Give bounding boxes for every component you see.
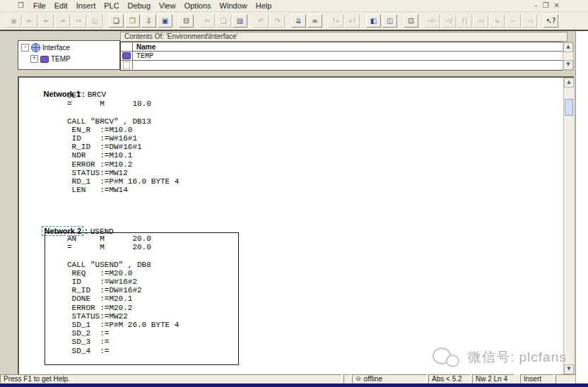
new-file-icon[interactable]: ❏ bbox=[109, 14, 124, 28]
download-to-plc-icon[interactable]: ⇊ bbox=[291, 14, 306, 28]
table-row[interactable]: TEMP bbox=[121, 52, 563, 61]
toolbar-separator bbox=[538, 14, 543, 28]
status-end-cell bbox=[555, 374, 575, 383]
minimize-button[interactable]: – bbox=[534, 1, 538, 10]
no-contact-icon[interactable]: ⊣⊢ bbox=[425, 14, 440, 28]
new-row-icon bbox=[123, 61, 130, 69]
menu-help[interactable]: Help bbox=[252, 1, 276, 11]
menu-insert[interactable]: Insert bbox=[72, 1, 100, 11]
variable-name-cell[interactable]: TEMP bbox=[133, 52, 563, 60]
table-row-empty[interactable] bbox=[121, 61, 563, 69]
scrollbar-thumb[interactable] bbox=[565, 99, 573, 116]
bottom-border bbox=[0, 383, 588, 387]
interface-tree: - Interface + TEMP bbox=[18, 40, 120, 70]
status-insert-mode: Insert bbox=[520, 374, 554, 383]
help-pointer-icon[interactable]: ↖? bbox=[543, 14, 558, 28]
network-2-code[interactable]: AN M 20.0 = M 20.0 CALL "USEND" , DB8 RE… bbox=[67, 234, 179, 355]
temp-icon bbox=[122, 52, 131, 59]
menu-plc[interactable]: PLC bbox=[100, 1, 123, 11]
window-cascade-icon[interactable]: ◱ bbox=[88, 14, 102, 28]
expand-icon[interactable]: + bbox=[30, 55, 38, 63]
new-network-icon[interactable]: ⊡ bbox=[404, 14, 418, 28]
menu-options[interactable]: Options bbox=[180, 1, 216, 11]
connection-icon[interactable]: ◉ bbox=[6, 14, 21, 28]
tree-item-temp[interactable]: + TEMP bbox=[18, 54, 119, 64]
nc-contact-icon[interactable]: ⊣/ bbox=[441, 14, 456, 28]
row-selector[interactable] bbox=[121, 52, 133, 60]
menu-bar: ❒ FileEditInsertPLCDebugViewOptionsWindo… bbox=[0, 0, 588, 12]
previous-error-icon[interactable]: !« bbox=[329, 14, 343, 28]
page-first-icon[interactable]: ⇤ bbox=[23, 14, 37, 28]
interface-icon bbox=[31, 43, 40, 52]
goto-location-icon[interactable]: ↪ bbox=[71, 14, 86, 28]
redo-icon[interactable]: ↷ bbox=[270, 14, 285, 28]
watermark-text: 微信号: plcfans bbox=[468, 348, 567, 367]
tree-label-temp: TEMP bbox=[51, 55, 71, 63]
temp-icon bbox=[40, 56, 49, 63]
undo-icon[interactable]: ↶ bbox=[254, 14, 269, 28]
view-overview-icon[interactable]: ◫ bbox=[382, 14, 397, 28]
contents-header: Contents Of: 'Environment\Interface' bbox=[120, 32, 568, 42]
toolbar-separator bbox=[173, 14, 178, 28]
row-selector[interactable] bbox=[121, 61, 133, 69]
coil-icon[interactable]: () bbox=[457, 14, 472, 28]
tree-item-interface[interactable]: - Interface bbox=[18, 43, 119, 52]
declaration-table: Name TEMP bbox=[120, 42, 564, 71]
declaration-scrollbar[interactable]: ▲ ▼ bbox=[563, 42, 574, 71]
scroll-up-icon[interactable]: ▲ bbox=[564, 78, 574, 88]
status-connection: ⊖ offline bbox=[352, 374, 427, 383]
connector-icon[interactable]: ⊣ bbox=[522, 14, 537, 28]
toolbar-separator bbox=[286, 14, 290, 28]
import-source-icon[interactable]: ⇩ bbox=[141, 14, 156, 28]
copy-icon[interactable]: ❑ bbox=[216, 14, 231, 28]
status-abs: Abs < 5.2 bbox=[428, 374, 471, 383]
menu-view[interactable]: View bbox=[155, 1, 180, 11]
toolbar-separator bbox=[419, 14, 424, 28]
name-column-header: Name bbox=[133, 43, 563, 51]
status-spacer bbox=[343, 374, 351, 383]
status-bar: Press F1 to get Help. ⊖ offline Abs < 5.… bbox=[0, 374, 575, 383]
scroll-up-icon[interactable]: ▲ bbox=[563, 42, 573, 52]
close-branch-icon[interactable]: ⌐ bbox=[506, 14, 521, 28]
page-next-icon[interactable]: ↠ bbox=[55, 14, 70, 28]
toolbar-separator bbox=[398, 14, 403, 28]
table-header-row: Name bbox=[121, 42, 563, 52]
menu-window[interactable]: Window bbox=[216, 1, 252, 11]
code-editor[interactable]: Network 1:BRCV SET = M 10.0 CALL "BRCV" … bbox=[18, 76, 574, 376]
print-icon[interactable]: ⊟ bbox=[179, 14, 194, 28]
paste-icon[interactable]: ▨ bbox=[233, 14, 247, 28]
network-1-code[interactable]: SET = M 10.0 CALL "BRCV" , DB13 EN_R :=M… bbox=[67, 91, 179, 194]
client-area: Contents Of: 'Environment\Interface' - I… bbox=[0, 31, 588, 374]
window-controls: – ❐ ✕ bbox=[534, 1, 560, 10]
row-selector-header bbox=[121, 42, 133, 51]
tree-label-interface: Interface bbox=[42, 44, 70, 52]
status-cursor-position: Nw 2 Ln 4 bbox=[472, 374, 514, 383]
restore-button[interactable]: ❐ bbox=[543, 1, 549, 10]
watermark: 微信号: plcfans bbox=[433, 346, 567, 369]
toolbar: ◉⇤↞↠↪◱❏❐⇩▣⊟✂❑▨↶↷⇊∞!«»!◧◫⊡⊣⊢⊣/()▭↳⌐⊣↖? bbox=[0, 12, 588, 31]
menu-bar-items: FileEditInsertPLCDebugViewOptionsWindowH… bbox=[29, 1, 276, 11]
status-help-text: Press F1 to get Help. bbox=[0, 374, 342, 383]
collapse-icon[interactable]: - bbox=[21, 44, 29, 52]
connection-status-text: offline bbox=[364, 375, 383, 383]
close-button[interactable]: ✕ bbox=[554, 1, 560, 10]
toolbar-separator bbox=[194, 14, 199, 28]
open-branch-icon[interactable]: ↳ bbox=[490, 14, 505, 28]
menu-edit[interactable]: Edit bbox=[50, 1, 72, 11]
page-previous-icon[interactable]: ↞ bbox=[39, 14, 54, 28]
toolbar-separator bbox=[323, 14, 328, 28]
next-error-icon[interactable]: »! bbox=[345, 14, 360, 28]
menu-file[interactable]: File bbox=[29, 1, 50, 11]
save-icon[interactable]: ▣ bbox=[158, 14, 172, 28]
cut-icon[interactable]: ✂ bbox=[200, 14, 215, 28]
empty-box-icon[interactable]: ▭ bbox=[474, 14, 488, 28]
system-menu-icon[interactable]: ❒ bbox=[18, 1, 24, 11]
monitor-glasses-icon[interactable]: ∞ bbox=[307, 14, 322, 28]
menu-debug[interactable]: Debug bbox=[124, 1, 155, 11]
connection-status-icon: ⊖ bbox=[355, 375, 361, 383]
scroll-down-icon[interactable]: ▼ bbox=[563, 60, 573, 70]
view-split-icon[interactable]: ◧ bbox=[366, 14, 381, 28]
editor-scrollbar[interactable]: ▲ ▼ bbox=[563, 78, 574, 374]
open-file-icon[interactable]: ❐ bbox=[125, 14, 140, 28]
step7-editor-window: ❒ FileEditInsertPLCDebugViewOptionsWindo… bbox=[0, 0, 588, 387]
